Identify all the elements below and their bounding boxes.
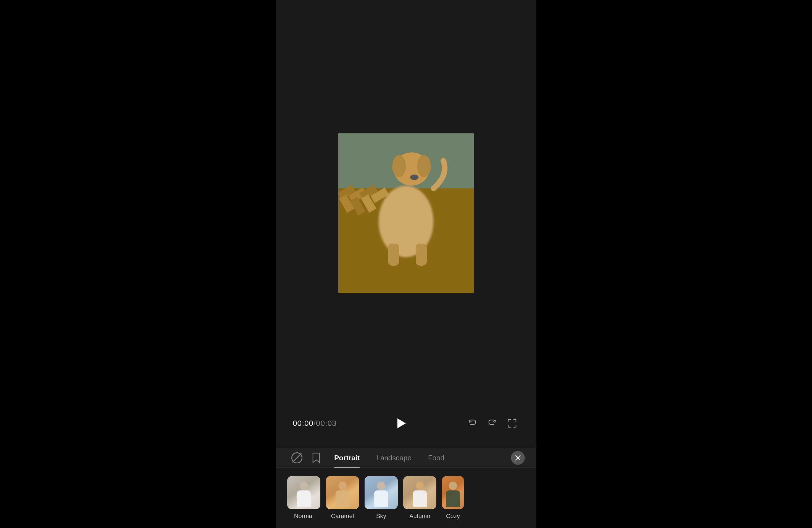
time-controls: 00:00 / 00:03 xyxy=(293,415,519,431)
tabs-row: Portrait Landscape Food xyxy=(287,448,525,468)
time-separator: / xyxy=(314,419,316,428)
redo-icon xyxy=(487,419,497,428)
playback-buttons xyxy=(392,415,409,431)
video-frame xyxy=(338,133,474,293)
filter-normal-thumb xyxy=(287,476,320,509)
person-silhouette xyxy=(410,482,430,509)
undo-icon xyxy=(467,419,477,428)
app-container: 00:00 / 00:03 xyxy=(276,0,536,528)
video-area xyxy=(276,0,536,410)
fullscreen-icon xyxy=(507,419,517,428)
filter-normal[interactable]: Normal xyxy=(287,476,320,520)
filter-normal-label: Normal xyxy=(294,513,314,520)
person-silhouette xyxy=(294,482,314,509)
playback-controls-area: 00:00 / 00:03 xyxy=(276,410,536,448)
tab-portrait-label: Portrait xyxy=(334,454,360,462)
close-button[interactable] xyxy=(511,451,525,465)
close-icon xyxy=(515,455,521,461)
svg-point-13 xyxy=(417,155,431,177)
filter-autumn-label: Autumn xyxy=(409,513,430,520)
no-filter-icon xyxy=(291,452,302,464)
person-silhouette xyxy=(333,482,352,509)
tab-portrait[interactable]: Portrait xyxy=(326,448,368,468)
tab-food[interactable]: Food xyxy=(420,448,453,468)
filter-caramel-thumb xyxy=(326,476,359,509)
fullscreen-button[interactable] xyxy=(505,416,519,430)
filter-sky-label: Sky xyxy=(376,513,387,520)
person-silhouette xyxy=(372,482,391,509)
total-time: 00:03 xyxy=(316,419,337,428)
filter-autumn-thumb xyxy=(403,476,436,509)
filter-cozy-thumb xyxy=(442,476,464,509)
time-display: 00:00 / 00:03 xyxy=(293,419,337,428)
bookmark-icon xyxy=(312,453,321,463)
filters-area: Normal Caramel Sky xyxy=(276,468,536,528)
tab-landscape[interactable]: Landscape xyxy=(368,448,420,468)
filter-caramel[interactable]: Caramel xyxy=(326,476,359,520)
current-time: 00:00 xyxy=(293,419,314,428)
svg-rect-16 xyxy=(416,244,427,266)
redo-button[interactable] xyxy=(485,416,499,430)
undo-button[interactable] xyxy=(465,416,479,430)
category-tabs: Portrait Landscape Food xyxy=(276,448,536,468)
filter-sky[interactable]: Sky xyxy=(365,476,398,520)
svg-point-14 xyxy=(410,175,418,180)
filter-sky-thumb xyxy=(365,476,398,509)
filter-cozy[interactable]: Cozy xyxy=(442,476,464,520)
play-icon xyxy=(397,419,406,428)
no-filter-button[interactable] xyxy=(287,448,307,468)
svg-point-12 xyxy=(392,155,406,177)
saved-filters-button[interactable] xyxy=(307,448,326,468)
video-player[interactable] xyxy=(338,133,474,293)
tab-landscape-label: Landscape xyxy=(376,454,411,462)
filter-autumn[interactable]: Autumn xyxy=(403,476,436,520)
tab-food-label: Food xyxy=(428,454,445,462)
filter-caramel-label: Caramel xyxy=(331,513,354,520)
svg-rect-15 xyxy=(388,244,399,266)
person-silhouette xyxy=(443,482,463,509)
play-button[interactable] xyxy=(392,415,409,431)
filter-cozy-label: Cozy xyxy=(446,513,460,520)
